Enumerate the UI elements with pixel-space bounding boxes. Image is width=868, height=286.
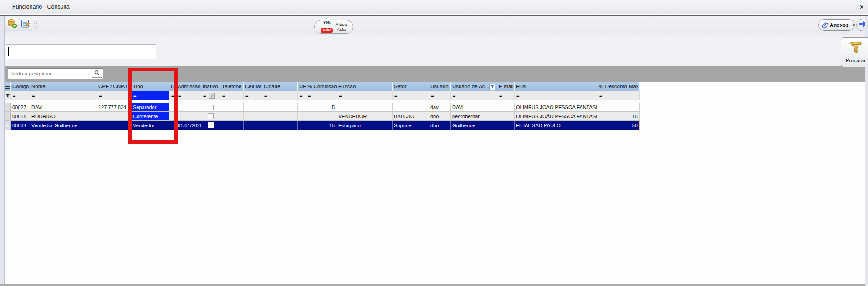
- cell-usuarioac[interactable]: Guilherme: [451, 121, 497, 130]
- cell-celular[interactable]: [244, 121, 262, 130]
- column-header-uf[interactable]: UF: [298, 82, 306, 91]
- chevron-down-icon[interactable]: ▾: [853, 23, 855, 27]
- column-header-setor[interactable]: Setor: [393, 82, 429, 91]
- column-header-usuario[interactable]: Usuário: [429, 82, 451, 91]
- main-text-input[interactable]: [6, 44, 156, 59]
- filter-row-icon[interactable]: [5, 91, 11, 100]
- search-input[interactable]: [8, 70, 92, 77]
- cell-usuarioac[interactable]: DAVI: [451, 103, 497, 112]
- cell-filial[interactable]: OLIMPUS JOÃO PESSOA FANTASIA: [515, 112, 597, 121]
- cell-uf[interactable]: [298, 103, 306, 112]
- cell-cidade[interactable]: [262, 121, 298, 130]
- column-header-admissao[interactable]: Admissão: [176, 82, 201, 91]
- column-header-cpf[interactable]: CPF / CNPJ: [97, 82, 132, 91]
- cell-usuario[interactable]: davi: [429, 103, 451, 112]
- cell-funcao[interactable]: [337, 103, 393, 112]
- column-header-email[interactable]: E-mail: [497, 82, 515, 91]
- cell-nome[interactable]: Vendedor Guilherme: [30, 121, 97, 130]
- cell-inativo[interactable]: [201, 103, 220, 112]
- column-header-codigo[interactable]: Código: [11, 82, 30, 91]
- filter-cell-setor[interactable]: =: [393, 91, 429, 100]
- cell-funcao[interactable]: Estagiario: [337, 121, 393, 130]
- filter-cell-email[interactable]: =: [497, 91, 515, 100]
- cell-setor[interactable]: Suporte: [393, 121, 429, 130]
- filter-cell-uf[interactable]: =: [298, 91, 306, 100]
- cell-nome[interactable]: RODRIGO: [30, 112, 97, 121]
- column-header-celular[interactable]: Celular: [244, 82, 262, 91]
- cell-admissao[interactable]: [176, 112, 201, 121]
- inativo-checkbox[interactable]: [208, 105, 214, 110]
- cell-codigo[interactable]: 00027: [11, 103, 30, 112]
- filter-cell-codigo[interactable]: =: [11, 91, 30, 100]
- column-header-telefone[interactable]: Telefone: [220, 82, 244, 91]
- cell-cpf[interactable]: . . -: [97, 121, 132, 130]
- filter-cell-usuario[interactable]: =: [429, 91, 451, 100]
- filter-cell-cpf[interactable]: =: [97, 91, 132, 100]
- close-button[interactable]: ×: [856, 0, 868, 14]
- cell-comissao[interactable]: 15: [306, 121, 337, 130]
- column-chooser-icon[interactable]: [5, 82, 11, 91]
- cell-filial[interactable]: FILIAL SAO PAULO: [515, 121, 597, 130]
- filter-cell-desconto[interactable]: =: [597, 91, 640, 100]
- filter-cell-telefone[interactable]: =: [220, 91, 244, 100]
- edit-record-button[interactable]: [19, 18, 32, 31]
- inativo-checkbox[interactable]: [208, 113, 214, 119]
- cell-setor[interactable]: [393, 103, 429, 112]
- cell-usuario[interactable]: dbo: [429, 112, 451, 121]
- cell-telefone[interactable]: [220, 112, 244, 121]
- column-header-desconto[interactable]: % Desconto-Max: [597, 82, 640, 91]
- cell-celular[interactable]: [244, 112, 262, 121]
- cell-telefone[interactable]: [220, 103, 244, 112]
- table-row[interactable]: 00027DAVI127.777.834-44Separador5daviDAV…: [5, 103, 640, 112]
- search-button[interactable]: [92, 70, 102, 78]
- filter-cell-celular[interactable]: =: [244, 91, 262, 100]
- column-header-filial[interactable]: Filial: [515, 82, 597, 91]
- cell-setor[interactable]: BALCAO: [393, 112, 429, 121]
- column-header-inativo[interactable]: Inativo: [201, 82, 220, 91]
- column-header-comissao[interactable]: % Comissão: [306, 82, 337, 91]
- filter-cell-comissao[interactable]: =: [306, 91, 337, 100]
- procurar-button[interactable]: Procurar: [841, 37, 868, 67]
- cell-comissao[interactable]: [306, 112, 337, 121]
- cell-cpf[interactable]: [97, 112, 132, 121]
- cell-desconto[interactable]: 15: [597, 112, 640, 121]
- row-indicator[interactable]: [5, 103, 11, 112]
- cell-cidade[interactable]: [262, 112, 298, 121]
- video-aula-button[interactable]: You Tube Vídeo Aula: [314, 20, 353, 34]
- inativo-checkbox[interactable]: [208, 122, 214, 128]
- filter-cell-nome[interactable]: =: [30, 91, 97, 100]
- active-filter-icon[interactable]: [489, 84, 495, 90]
- cell-telefone[interactable]: [220, 121, 244, 130]
- cell-usuario[interactable]: dbo: [429, 121, 451, 130]
- row-indicator[interactable]: ▶: [5, 121, 11, 130]
- cell-inativo[interactable]: [201, 112, 220, 121]
- cell-admissao[interactable]: 01/01/2025: [176, 121, 201, 130]
- cell-cidade[interactable]: [262, 103, 298, 112]
- filter-checkbox[interactable]: ✓: [209, 93, 215, 99]
- filter-cell-admissao[interactable]: =: [176, 91, 201, 100]
- cell-codigo[interactable]: 00018: [11, 112, 30, 121]
- anexos-button[interactable]: Anexos ▾: [818, 19, 855, 31]
- column-header-nome[interactable]: Nome: [30, 82, 97, 91]
- cell-desconto[interactable]: 50: [597, 121, 640, 130]
- cell-uf[interactable]: [298, 121, 306, 130]
- column-header-funcao[interactable]: Funcao: [337, 82, 393, 91]
- cell-email[interactable]: [497, 103, 515, 112]
- cell-email[interactable]: [497, 121, 515, 130]
- filter-cell-cidade[interactable]: =: [262, 91, 298, 100]
- cell-usuarioac[interactable]: pedrobernar: [451, 112, 497, 121]
- cell-admissao[interactable]: [176, 103, 201, 112]
- cell-cpf[interactable]: 127.777.834-44: [97, 103, 132, 112]
- cell-uf[interactable]: [298, 112, 306, 121]
- cell-nome[interactable]: DAVI: [30, 103, 97, 112]
- add-record-button[interactable]: [5, 18, 19, 31]
- cell-desconto[interactable]: [597, 103, 640, 112]
- cell-email[interactable]: [497, 112, 515, 121]
- table-row[interactable]: ▶00034Vendedor Guilherme . . -Vendedor01…: [5, 121, 640, 130]
- filter-cell-funcao[interactable]: =: [337, 91, 393, 100]
- column-header-cidade[interactable]: Cidade: [262, 82, 298, 91]
- cell-comissao[interactable]: 5: [306, 103, 337, 112]
- cell-celular[interactable]: [244, 103, 262, 112]
- cell-funcao[interactable]: VENDEDOR: [337, 112, 393, 121]
- filter-cell-inativo[interactable]: =✓: [201, 91, 220, 100]
